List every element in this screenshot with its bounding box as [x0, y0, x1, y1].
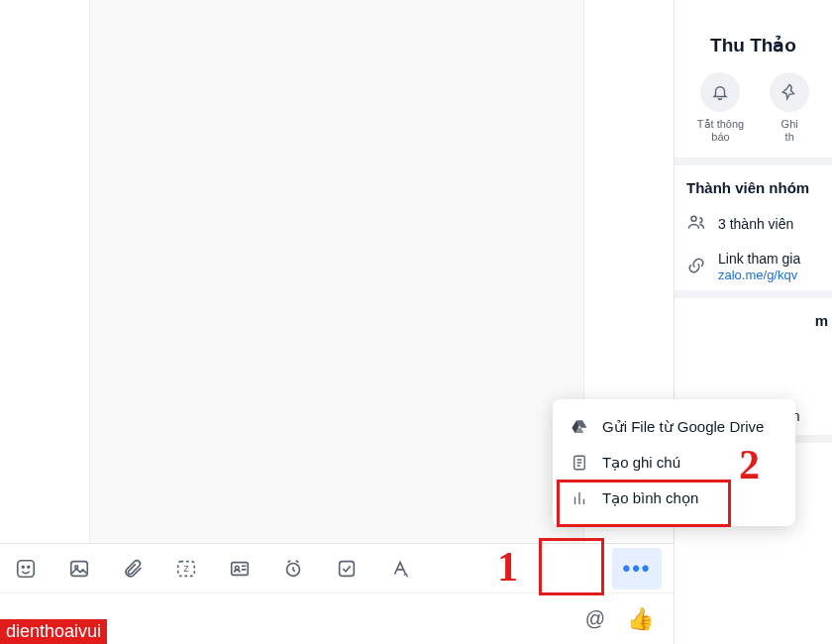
more-options-button[interactable]: ••• [612, 548, 662, 590]
menu-item-google-drive[interactable]: Gửi File từ Google Drive [553, 409, 795, 445]
sticker-icon[interactable] [12, 555, 40, 583]
dots-icon: ••• [622, 556, 651, 582]
google-drive-icon [571, 418, 588, 436]
svg-point-2 [28, 566, 30, 568]
members-row[interactable]: 3 thành viên [675, 204, 832, 243]
format-text-icon[interactable] [386, 555, 414, 583]
svg-point-1 [22, 566, 24, 568]
svg-rect-3 [71, 561, 88, 576]
pin-icon [770, 72, 809, 112]
annotation-label-2: 2 [739, 441, 760, 488]
screenshot-icon[interactable]: Z [172, 555, 200, 583]
members-section-title: Thành viên nhóm [675, 165, 832, 204]
invite-link-row[interactable]: Link tham gia zalo.me/g/kqv [675, 243, 832, 290]
note-icon [571, 454, 588, 472]
thumbs-up-icon[interactable]: 👍 [627, 606, 654, 632]
svg-rect-0 [18, 560, 35, 577]
board-section-title: m [675, 298, 832, 337]
annotation-box-1 [539, 538, 604, 595]
annotation-box-2 [557, 480, 731, 527]
pin-button[interactable]: Ghi th [770, 72, 809, 144]
svg-rect-10 [340, 561, 355, 576]
invite-link[interactable]: zalo.me/g/kqv [718, 268, 797, 282]
people-icon [686, 212, 706, 235]
mute-notifications-button[interactable]: Tắt thông báo [697, 72, 744, 144]
info-sidebar: Thu Thảo Tắt thông báo Ghi th Thành viên… [674, 0, 832, 644]
task-icon[interactable] [333, 555, 361, 583]
group-title: Thu Thảo [675, 0, 832, 72]
attachment-icon[interactable] [119, 555, 147, 583]
svg-point-11 [691, 217, 696, 222]
image-icon[interactable] [65, 555, 93, 583]
annotation-label-1: 1 [497, 543, 518, 590]
bell-icon [700, 72, 740, 112]
svg-point-8 [235, 566, 239, 570]
svg-text:Z: Z [183, 564, 188, 573]
mention-icon[interactable]: @ [585, 607, 605, 630]
chat-message-area [89, 0, 584, 543]
contact-card-icon[interactable] [226, 555, 254, 583]
svg-rect-7 [232, 562, 249, 575]
link-icon [686, 256, 706, 278]
watermark: dienthoaivui [0, 619, 107, 644]
reminder-icon[interactable] [279, 555, 307, 583]
